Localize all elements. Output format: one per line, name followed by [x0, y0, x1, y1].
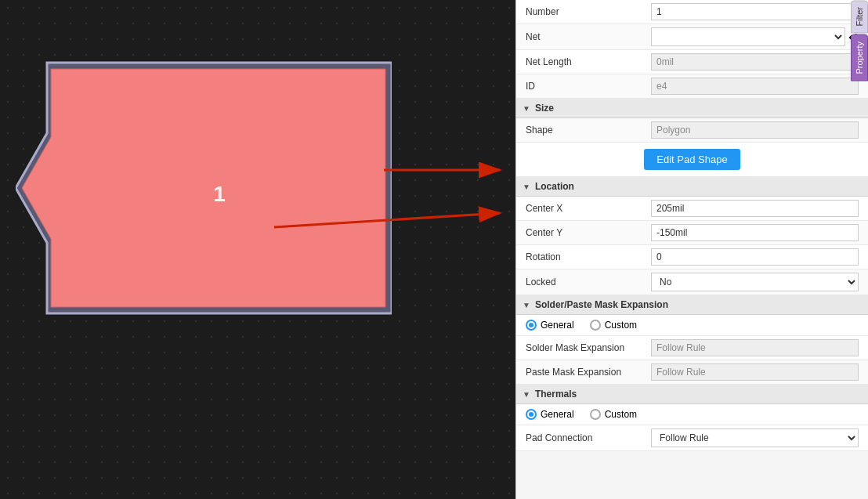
thermals-section-header[interactable]: ▼ Thermals [516, 385, 868, 404]
solder-paste-custom-radio[interactable] [590, 320, 601, 331]
filter-tab[interactable]: Filter [851, 0, 868, 33]
shape-row: Shape [516, 118, 868, 143]
id-row: ID [516, 74, 868, 99]
edit-pad-btn-row: Edit Pad Shape [516, 143, 868, 177]
canvas: 1 [0, 0, 515, 499]
solder-paste-radio-row: General Custom [516, 315, 868, 336]
id-input [651, 78, 859, 95]
thermals-custom-label: Custom [605, 409, 637, 420]
center-x-input[interactable] [651, 200, 859, 217]
rotation-input[interactable] [651, 248, 859, 266]
solder-paste-general-label: General [541, 320, 574, 331]
pad-connection-select[interactable]: Follow Rule [651, 428, 859, 447]
location-section-label: Location [535, 181, 574, 192]
net-select[interactable] [651, 27, 845, 46]
locked-label: Locked [526, 277, 651, 287]
thermals-general-label: General [541, 409, 574, 420]
thermals-section-label: Thermals [535, 389, 577, 400]
size-section-header[interactable]: ▼ Size [516, 99, 868, 118]
net-length-label: Net Length [526, 56, 651, 67]
location-chevron-icon: ▼ [523, 183, 530, 191]
size-chevron-icon: ▼ [523, 104, 530, 113]
solder-paste-chevron-icon: ▼ [523, 301, 530, 309]
number-row: Number [516, 0, 868, 24]
solder-paste-custom-label: Custom [605, 320, 637, 331]
rotation-label: Rotation [526, 251, 651, 262]
solder-paste-general-radio[interactable] [526, 320, 537, 331]
net-label: Net [526, 31, 651, 42]
thermals-chevron-icon: ▼ [523, 390, 530, 399]
shape-label: Shape [526, 125, 651, 136]
pad-connection-label: Pad Connection [526, 432, 651, 443]
net-length-row: Net Length [516, 50, 868, 74]
location-section-header[interactable]: ▼ Location [516, 177, 868, 197]
thermals-custom-radio[interactable] [590, 409, 601, 420]
paste-mask-input [651, 363, 859, 381]
number-label: Number [526, 6, 651, 17]
number-input[interactable] [651, 3, 859, 20]
thermals-general-option[interactable]: General [526, 409, 574, 420]
thermals-radio-row: General Custom [516, 404, 868, 425]
locked-row: Locked No Yes [516, 269, 868, 295]
locked-select[interactable]: No Yes [651, 273, 859, 291]
rotation-row: Rotation [516, 245, 868, 269]
shape-input [651, 121, 859, 139]
pad-shape: 1 [16, 39, 392, 337]
thermals-custom-option[interactable]: Custom [590, 409, 637, 420]
pad-connection-row: Pad Connection Follow Rule [516, 425, 868, 451]
center-y-label: Center Y [526, 227, 651, 238]
paste-mask-row: Paste Mask Expansion [516, 360, 868, 385]
svg-marker-1 [22, 69, 385, 307]
properties-panel: Number Net ↵ Net Length ID ▼ Size Sh [515, 0, 868, 499]
solder-mask-input [651, 339, 859, 356]
property-tab[interactable]: Property [851, 34, 868, 81]
center-x-row: Center X [516, 197, 868, 221]
solder-mask-label: Solder Mask Expansion [526, 342, 651, 353]
solder-paste-section-header[interactable]: ▼ Solder/Paste Mask Expansion [516, 295, 868, 315]
id-label: ID [526, 81, 651, 92]
edit-pad-shape-button[interactable]: Edit Pad Shape [644, 149, 740, 170]
center-x-label: Center X [526, 203, 651, 214]
center-y-input[interactable] [651, 224, 859, 241]
net-length-input [651, 53, 859, 71]
net-row: Net ↵ [516, 24, 868, 50]
center-y-row: Center Y [516, 221, 868, 245]
size-section-label: Size [535, 103, 554, 114]
side-tabs: Filter Property [851, 0, 868, 81]
paste-mask-label: Paste Mask Expansion [526, 367, 651, 378]
svg-text:1: 1 [213, 182, 226, 206]
solder-mask-row: Solder Mask Expansion [516, 336, 868, 360]
solder-paste-general-option[interactable]: General [526, 320, 574, 331]
solder-paste-section-label: Solder/Paste Mask Expansion [535, 299, 668, 310]
thermals-general-radio[interactable] [526, 409, 537, 420]
solder-paste-custom-option[interactable]: Custom [590, 320, 637, 331]
